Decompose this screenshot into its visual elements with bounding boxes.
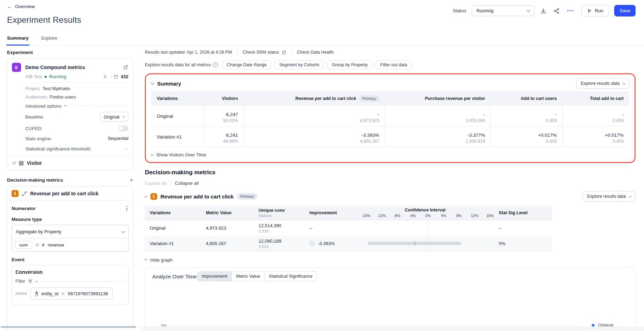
check-data-health-label: Check Data Health <box>297 50 334 55</box>
tab-explore[interactable]: Explore <box>41 35 58 45</box>
ci-tick-label: 16% <box>486 214 494 218</box>
share-icon[interactable] <box>552 7 561 15</box>
summary-highlight-annotation: Summary Explore results data Variations … <box>145 73 636 163</box>
of-label: of <box>12 161 16 166</box>
segment-metric-value[interactable]: Metric Value <box>232 272 264 281</box>
segment-by-cohorts-button[interactable]: Segment by Cohorts <box>275 60 324 69</box>
column-header: Variations <box>145 206 201 220</box>
column-header: Revenue per add to cart click Primary <box>243 91 385 106</box>
advanced-options-toggle[interactable]: Advanced options <box>25 103 128 109</box>
decision-metrics-title: Decision-making metrics <box>145 169 636 176</box>
cuped-toggle[interactable] <box>118 126 128 131</box>
metric-cell: -3.393%4,805.167 <box>243 126 385 147</box>
status-select[interactable]: Running <box>472 5 534 16</box>
show-visitors-label: Show Visitors Over Time <box>156 152 206 157</box>
filter-condition[interactable]: A entity_id is 5671976073691136 <box>31 288 113 299</box>
column-header: Add to cart users <box>491 91 562 106</box>
metric-config-card: 1 Revenue per add to cart click Numerato… <box>7 186 133 331</box>
measure-type-value: Aggregate by Property <box>16 229 61 234</box>
change-date-range-button[interactable]: Change Date Range <box>222 60 271 69</box>
visitors-cell: 6,24149.98% <box>203 126 243 147</box>
primary-badge: Primary <box>237 193 257 200</box>
filter-value: 5671976073691136 <box>68 291 108 296</box>
baseline-value: Original <box>104 114 120 120</box>
users-icon <box>103 74 107 79</box>
status-dot <box>45 76 47 78</box>
summary-explore-results-button[interactable]: Explore results data <box>576 78 629 89</box>
add-metric-button[interactable]: + <box>129 178 133 183</box>
collapse-all-button[interactable]: Collapse all <box>175 181 199 186</box>
aggregation-property[interactable]: revenue <box>48 242 64 248</box>
refresh-icon <box>282 50 286 55</box>
metric-cell: -4,973.923 <box>243 106 385 126</box>
group-by-property-button[interactable]: Group by Property <box>327 60 372 69</box>
filter-out-data-button[interactable]: Filter out data <box>376 60 411 69</box>
chevron-down-icon[interactable] <box>35 279 38 282</box>
config-sidebar: Experiment E Demo Compound metrics A/B T… <box>0 46 138 331</box>
ci-tick-label: -8% <box>394 214 401 218</box>
page-tabs: Summary Explore <box>0 35 644 46</box>
check-data-health-link[interactable]: Check Data Health <box>297 50 334 55</box>
play-icon <box>587 8 592 13</box>
results-main: Results last updated: Apr 1, 2026 at 4:2… <box>138 46 644 331</box>
check-srm-link[interactable]: Check SRM status <box>243 50 286 55</box>
explore-results-label: Explore results data <box>581 81 619 86</box>
measure-combo: Aggregate by Property sum of # revenue <box>12 225 129 252</box>
save-button[interactable]: Save <box>614 5 636 16</box>
primary-badge: Primary <box>359 95 380 102</box>
external-link-icon[interactable] <box>123 65 128 70</box>
explore-all-label: Explore results data for all metrics <box>145 62 211 67</box>
unique-conv-cell: 12,514,390 2,516 <box>254 220 304 236</box>
metric-section-toggle[interactable]: 1 Revenue per add to cart click Primary <box>145 193 257 200</box>
header-actions: Status Running Run Save <box>453 5 636 16</box>
aggregation-function[interactable]: sum <box>15 241 32 249</box>
stat-sig-cell: -- <box>494 220 552 236</box>
stats-engine-label: Stats engine: <box>25 136 52 141</box>
where-label: where <box>15 291 27 296</box>
show-visitors-over-time-toggle[interactable]: Show Visitors Over Time <box>151 147 629 157</box>
column-header: Visitors <box>203 91 243 106</box>
metric-config-header[interactable]: 1 Revenue per add to cart click <box>7 187 133 201</box>
sidebar-scrollbar[interactable] <box>1 326 136 328</box>
ci-axis-ticks: -16%-12%-8%-4%0%4%8%12%16% <box>356 214 494 218</box>
measure-type-select[interactable]: Aggregate by Property <box>12 225 128 238</box>
ci-tick-label: -12% <box>377 214 386 218</box>
more-options-icon[interactable] <box>566 7 574 15</box>
threshold-value: -- <box>126 146 128 151</box>
metric-index-badge: 1 <box>150 193 157 200</box>
tab-summary[interactable]: Summary <box>7 35 29 45</box>
info-icon[interactable]: ? <box>213 62 218 67</box>
table-icon <box>19 161 24 166</box>
users-count: - <box>110 74 111 79</box>
chevron-down-icon <box>527 8 530 12</box>
divider <box>170 180 171 186</box>
hide-graph-toggle[interactable]: Hide graph <box>145 257 173 263</box>
chevron-down-icon <box>122 115 125 118</box>
divider <box>291 49 292 55</box>
download-icon[interactable] <box>539 7 548 15</box>
run-button[interactable]: Run <box>581 5 609 16</box>
divider <box>237 49 237 55</box>
back-link[interactable]: ← Overview <box>7 4 35 9</box>
divider <box>71 106 128 106</box>
improvement-cell: -- <box>304 220 356 236</box>
experiment-status: Running <box>49 74 66 79</box>
baseline-select[interactable]: Original <box>100 112 128 122</box>
agg-of-label: of <box>35 243 39 248</box>
ci-tick-label: 0% <box>425 214 431 218</box>
kebab-menu-icon[interactable] <box>125 205 129 211</box>
segment-statistical-significance[interactable]: Statistical Significance <box>264 272 317 281</box>
project-value: Test Mykhailo <box>42 86 70 91</box>
segment-improvement[interactable]: Improvement <box>197 272 232 281</box>
filter-funnel-icon[interactable] <box>28 279 33 284</box>
expand-all-button[interactable]: Expand all <box>145 181 166 186</box>
experiment-badge: E <box>12 63 21 72</box>
results-last-updated: Results last updated: Apr 1, 2026 at 4:2… <box>145 50 232 55</box>
event-name[interactable]: Conversion <box>15 269 125 275</box>
exposure-event[interactable]: Visitor <box>27 160 42 166</box>
summary-section-toggle[interactable]: Summary <box>151 81 181 87</box>
metric-cell: -2,003.264 <box>385 106 491 126</box>
audiences-value: Firefox users <box>49 94 76 100</box>
metric-name: Revenue per add to cart click <box>161 194 234 200</box>
metric-explore-results-button[interactable]: Explore results data <box>583 191 636 202</box>
